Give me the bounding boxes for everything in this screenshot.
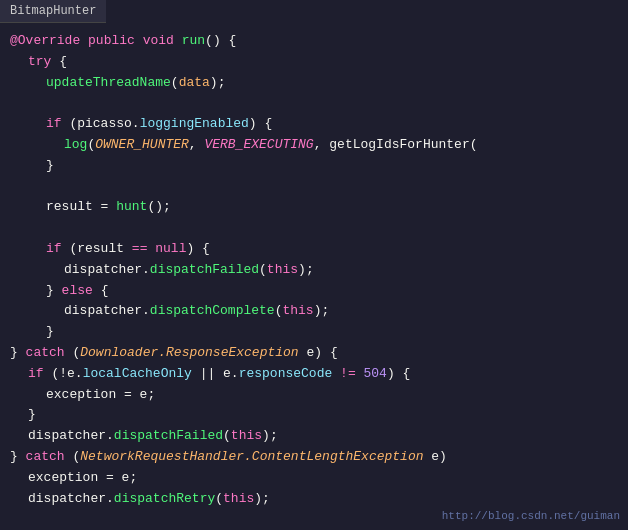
code-token: } — [46, 281, 62, 302]
code-token: localCacheOnly — [83, 364, 192, 385]
code-line: exception = e; — [0, 468, 628, 489]
code-token: { — [51, 52, 67, 73]
code-line: } else { — [0, 281, 628, 302]
code-token — [80, 31, 88, 52]
code-token: else — [62, 281, 93, 302]
code-token: 504 — [364, 364, 387, 385]
code-token: } — [46, 322, 54, 343]
code-token: || e. — [192, 364, 239, 385]
code-token: . — [106, 489, 114, 510]
code-line: if (!e.localCacheOnly || e.responseCode … — [0, 364, 628, 385]
code-token: result — [46, 197, 93, 218]
code-token: exception — [28, 468, 98, 489]
code-token: public — [88, 31, 135, 52]
code-token: OWNER_HUNTER — [95, 135, 189, 156]
code-token: VERB_EXECUTING — [204, 135, 313, 156]
code-line — [0, 177, 628, 198]
code-token: ); — [210, 73, 226, 94]
code-token: dispatcher — [64, 301, 142, 322]
code-line: } catch (Downloader.ResponseException e)… — [0, 343, 628, 364]
code-token — [147, 239, 155, 260]
code-line: } — [0, 156, 628, 177]
code-token: ); — [298, 260, 314, 281]
code-token: () { — [205, 31, 236, 52]
code-token: ( — [259, 260, 267, 281]
code-token: loggingEnabled — [140, 114, 249, 135]
code-token: ); — [314, 301, 330, 322]
code-token — [135, 31, 143, 52]
code-token: } — [46, 156, 54, 177]
code-token: . — [142, 301, 150, 322]
code-token: log — [64, 135, 87, 156]
code-line: } — [0, 405, 628, 426]
code-token: e) — [424, 447, 447, 468]
code-token: this — [282, 301, 313, 322]
code-token: = e; — [98, 468, 137, 489]
code-token: ( — [87, 135, 95, 156]
code-line: dispatcher.dispatchComplete(this); — [0, 301, 628, 322]
code-line: try { — [0, 52, 628, 73]
code-token: . — [142, 260, 150, 281]
code-line — [0, 93, 628, 114]
code-token: (picasso. — [62, 114, 140, 135]
code-token: dispatcher — [28, 489, 106, 510]
code-token: run — [182, 31, 205, 52]
title-bar: BitmapHunter — [0, 0, 106, 23]
code-token: dispatcher — [28, 426, 106, 447]
code-token: , getLogIdsForHunter( — [314, 135, 478, 156]
code-token: exception — [46, 385, 116, 406]
code-line: exception = e; — [0, 385, 628, 406]
code-token — [174, 31, 182, 52]
code-token: Downloader.ResponseException — [80, 343, 298, 364]
code-token: dispatchRetry — [114, 489, 215, 510]
code-token: ) { — [387, 364, 410, 385]
code-line: dispatcher.dispatchFailed(this); — [0, 426, 628, 447]
code-token: this — [231, 426, 262, 447]
code-token: , — [189, 135, 205, 156]
code-token: try — [28, 52, 51, 73]
code-token: ) { — [249, 114, 272, 135]
code-line: log(OWNER_HUNTER, VERB_EXECUTING, getLog… — [0, 135, 628, 156]
code-token: @Override — [10, 31, 80, 52]
code-token: null — [155, 239, 186, 260]
code-line: } catch (NetworkRequestHandler.ContentLe… — [0, 447, 628, 468]
code-token: ( — [215, 489, 223, 510]
code-token: dispatchFailed — [150, 260, 259, 281]
code-token: ( — [171, 73, 179, 94]
code-line: } — [0, 322, 628, 343]
code-token: dispatcher — [64, 260, 142, 281]
code-token: } — [28, 405, 36, 426]
watermark: http://blog.csdn.net/guiman — [442, 510, 620, 522]
code-token: ( — [65, 447, 81, 468]
code-line: updateThreadName(data); — [0, 73, 628, 94]
code-token: } — [10, 447, 26, 468]
code-token: ( — [275, 301, 283, 322]
title-text: BitmapHunter — [10, 4, 96, 18]
code-token: = e; — [116, 385, 155, 406]
code-token: if — [46, 239, 62, 260]
code-line — [0, 218, 628, 239]
code-line: if (result == null) { — [0, 239, 628, 260]
code-token: catch — [26, 447, 65, 468]
code-token: responseCode — [239, 364, 333, 385]
code-line: dispatcher.dispatchRetry(this); — [0, 489, 628, 510]
code-token — [332, 364, 340, 385]
code-token: hunt — [116, 197, 147, 218]
code-token: updateThreadName — [46, 73, 171, 94]
code-line: dispatcher.dispatchFailed(this); — [0, 260, 628, 281]
code-token: ); — [254, 489, 270, 510]
code-token: if — [28, 364, 44, 385]
code-token: data — [179, 73, 210, 94]
code-container: @Override public void run() {try {update… — [0, 23, 628, 525]
code-token: ( — [223, 426, 231, 447]
code-token: != — [340, 364, 356, 385]
code-token: (!e. — [44, 364, 83, 385]
code-token: = — [93, 197, 116, 218]
code-token: (result — [62, 239, 132, 260]
code-token: == — [132, 239, 148, 260]
code-line: if (picasso.loggingEnabled) { — [0, 114, 628, 135]
code-token: (); — [147, 197, 170, 218]
code-token — [356, 364, 364, 385]
code-token: catch — [26, 343, 65, 364]
code-token: this — [223, 489, 254, 510]
